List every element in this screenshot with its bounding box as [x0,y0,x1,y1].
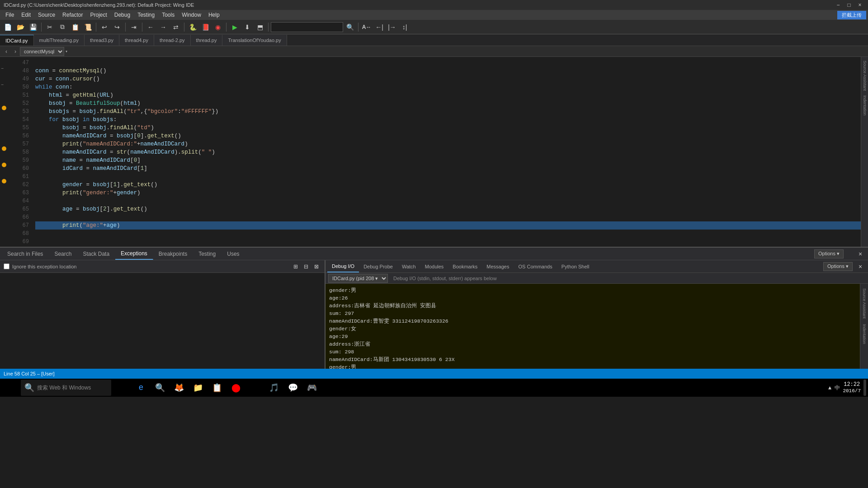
indent-btn[interactable]: ⇥ [128,21,140,33]
bottom-options-btn[interactable]: Options ▾ [814,249,844,258]
menu-debug[interactable]: Debug [111,11,134,19]
far-tab-source-assistant[interactable]: Source Assistant [861,286,868,321]
task-view-btn[interactable]: ⧉ [114,380,130,396]
breakpoint-3[interactable] [2,163,6,167]
tab-search[interactable]: Search [49,248,77,260]
rtab-debug-probe[interactable]: Debug Probe [359,261,397,272]
clock[interactable]: 12:22 2016/7 [843,381,861,394]
clipboard-btn[interactable]: 📋 [209,380,225,396]
search-input[interactable] [271,22,343,32]
edge-btn[interactable]: e [133,380,149,396]
maximize-btn[interactable]: □ [844,1,854,9]
process-selector[interactable]: IDCard.py (pid 208 ▾ [328,274,388,283]
save-btn[interactable]: 💾 [27,21,39,33]
stop-btn[interactable]: ⬇ [241,21,253,33]
nav-fwd-btn[interactable]: → [157,21,169,33]
browser-btn[interactable]: 🔍 [152,380,168,396]
rtab-modules[interactable]: Modules [420,261,448,272]
rtab-watch[interactable]: Watch [397,261,420,272]
far-tab-indentation[interactable]: Indentation [861,321,868,347]
rtab-os-commands[interactable]: OS Commands [514,261,557,272]
nav-next-arrow[interactable]: › [11,47,20,56]
menu-testing[interactable]: Testing [134,11,158,19]
tab-exceptions[interactable]: Exceptions [115,248,153,260]
filetab-thread2[interactable]: thread-2.py [154,35,191,46]
tab-search-in-files[interactable]: Search in Files [2,248,49,260]
nav-next-btn[interactable]: |→ [386,21,398,33]
tab-testing[interactable]: Testing [193,248,222,260]
rtab-python-shell[interactable]: Python Shell [557,261,594,272]
close-btn[interactable]: × [855,1,864,9]
copy-btn[interactable]: ⧉ [57,21,68,33]
start-btn[interactable]: ⊞ [2,380,18,396]
filetab-thread3[interactable]: thread3.py [85,35,119,46]
show-desktop-btn[interactable] [863,380,866,396]
firefox-btn[interactable]: 🦊 [171,380,187,396]
filter-btn-1[interactable]: ⊞ [291,262,300,271]
menu-help[interactable]: Help [205,11,223,19]
red-btn[interactable]: ⬤ [228,380,244,396]
nav-out-btn[interactable]: ↕| [399,21,410,33]
format-btn[interactable]: A↔ [361,21,373,33]
python-btn[interactable]: 🐍 [187,21,198,33]
code-editor[interactable]: conn = connectMysql() cur = conn.cursor(… [32,57,868,247]
nav-prev-arrow[interactable]: ‹ [2,47,11,56]
menu-source[interactable]: Source [34,11,59,19]
history1-btn[interactable]: 📜 [82,21,94,33]
bottom-close-btn[interactable]: × [854,248,866,260]
menu-project[interactable]: Project [86,11,110,19]
filetab-multithreading[interactable]: multiThreading.py [34,35,85,46]
paste-btn[interactable]: 📋 [69,21,81,33]
game-btn[interactable]: 🎮 [304,380,320,396]
bottom-content: Ignore this exception location ⊞ ⊟ ⊠ Deb… [0,260,868,369]
rtab-debug-io[interactable]: Debug I/O [327,261,359,272]
run-btn[interactable]: ▶ [229,21,241,33]
nav-pair-btn[interactable]: ⇄ [170,21,182,33]
right-options-btn[interactable]: Options ▾ [823,262,853,271]
menu-window[interactable]: Window [178,11,205,19]
filetab-translation[interactable]: TranslationOfYoudao.py [222,35,287,46]
sidebar-source-assistant[interactable]: Source Assistant [862,59,868,93]
intercept-upload-btn[interactable]: 拦截上传 [837,11,866,19]
menu-refactor[interactable]: Refactor [59,11,86,19]
tab-breakpoints[interactable]: Breakpoints [153,248,193,260]
tab-uses[interactable]: Uses [222,248,245,260]
ignore-checkbox[interactable] [4,263,9,269]
run-check-btn[interactable]: ◉ [212,21,224,33]
folder-btn[interactable]: 📁 [190,380,206,396]
open-btn[interactable]: 📂 [14,21,26,33]
pen-btn[interactable]: 🖊 [247,380,263,396]
music-btn[interactable]: 🎵 [266,380,282,396]
rtab-messages[interactable]: Messages [482,261,514,272]
menu-tools[interactable]: Tools [158,11,178,19]
filter-btn-2[interactable]: ⊟ [302,262,311,271]
sidebar-indentation[interactable]: Indentation [862,94,868,117]
search-bar[interactable]: 🔍 搜索 Web 和 Windows [21,380,111,396]
search-go-btn[interactable]: 🔍 [344,21,356,33]
cut-btn[interactable]: ✂ [44,21,56,33]
nav-back-btn[interactable]: ← [145,21,156,33]
breakpoint-2[interactable] [2,146,6,151]
redo-btn[interactable]: ↪ [111,21,123,33]
pdf-btn[interactable]: 📕 [199,21,211,33]
filetab-thread[interactable]: thread.py [191,35,223,46]
right-close-btn[interactable]: × [854,261,866,272]
debug-btn[interactable]: ⬒ [254,21,266,33]
chat-btn[interactable]: 💬 [285,380,301,396]
new-file-btn[interactable]: 📄 [2,21,14,33]
function-dropdown[interactable]: connectMysql [20,47,64,56]
minimize-btn[interactable]: − [834,1,843,9]
nav-prev-btn[interactable]: ←| [373,21,385,33]
breakpoint-1[interactable] [2,106,6,110]
menu-edit[interactable]: Edit [18,11,34,19]
filter-btn-3[interactable]: ⊠ [312,262,321,271]
filetab-thread4[interactable]: thread4.py [119,35,154,46]
filetab-idcard[interactable]: IDCard.py [0,35,34,46]
tab-stack-data[interactable]: Stack Data [77,248,115,260]
menu-file[interactable]: File [2,11,18,19]
status-position: Line 58 Col 25 – [User] [4,371,55,376]
breakpoint-4[interactable] [2,179,6,183]
rtab-bookmarks[interactable]: Bookmarks [448,261,482,272]
undo-btn[interactable]: ↩ [99,21,110,33]
titlebar-controls: − □ × [834,1,864,9]
